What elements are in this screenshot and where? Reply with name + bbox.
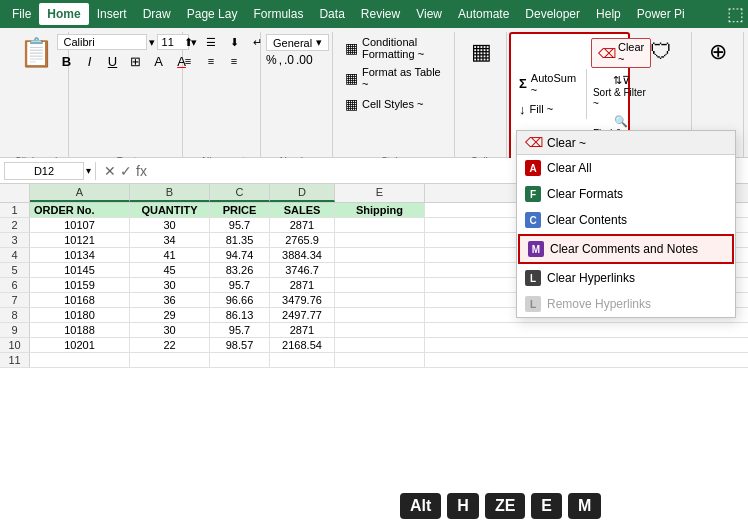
cell-a10[interactable]: 10201 <box>30 338 130 352</box>
cell-c5[interactable]: 83.26 <box>210 263 270 277</box>
insert-function-icon[interactable]: fx <box>136 163 147 179</box>
cell-c2[interactable]: 95.7 <box>210 218 270 232</box>
comma-btn[interactable]: , <box>279 53 282 67</box>
sensitivity-btn[interactable]: 🛡 <box>641 34 681 70</box>
ribbon-collapse-btn[interactable]: ⬚ <box>727 3 744 25</box>
remove-hyperlinks-item[interactable]: L Remove Hyperlinks <box>517 291 735 317</box>
autosum-btn[interactable]: Σ AutoSum ~ <box>513 70 582 98</box>
menu-review[interactable]: Review <box>353 3 408 25</box>
clear-formats-item[interactable]: F Clear Formats <box>517 181 735 207</box>
percent-btn[interactable]: % <box>266 53 277 67</box>
cell-a4[interactable]: 10134 <box>30 248 130 262</box>
col-header-b[interactable]: B <box>130 184 210 202</box>
menu-draw[interactable]: Draw <box>135 3 179 25</box>
center-align-btn[interactable]: ≡ <box>201 53 221 69</box>
cell-b7[interactable]: 36 <box>130 293 210 307</box>
format-as-table-btn[interactable]: ▦ Format as Table ~ <box>341 64 448 92</box>
fill-color-btn[interactable]: A <box>149 52 169 71</box>
cancel-formula-icon[interactable]: ✕ <box>104 163 116 179</box>
increase-decimal-btn[interactable]: .0 <box>284 53 294 67</box>
cell-a3[interactable]: 10121 <box>30 233 130 247</box>
cell-d2[interactable]: 2871 <box>270 218 335 232</box>
cell-a9[interactable]: 10188 <box>30 323 130 337</box>
cell-d4[interactable]: 3884.34 <box>270 248 335 262</box>
cell-c8[interactable]: 86.13 <box>210 308 270 322</box>
menu-file[interactable]: File <box>4 3 39 25</box>
col-header-e[interactable]: E <box>335 184 425 202</box>
cell-b5[interactable]: 45 <box>130 263 210 277</box>
cell-e10[interactable] <box>335 338 425 352</box>
cell-c9[interactable]: 95.7 <box>210 323 270 337</box>
right-align-btn[interactable]: ≡ <box>224 53 244 69</box>
cell-ref-arrow[interactable]: ▾ <box>86 165 91 176</box>
cell-b11[interactable] <box>130 353 210 367</box>
cell-e5[interactable] <box>335 263 425 277</box>
cell-e6[interactable] <box>335 278 425 292</box>
font-name-selector[interactable]: Calibri <box>57 34 147 50</box>
font-name-arrow[interactable]: ▾ <box>149 36 155 49</box>
col-header-d[interactable]: D <box>270 184 335 202</box>
left-align-btn[interactable]: ≡ <box>178 53 198 69</box>
cell-e8[interactable] <box>335 308 425 322</box>
cell-c3[interactable]: 81.35 <box>210 233 270 247</box>
cell-a1[interactable]: ORDER No. <box>30 203 130 217</box>
cell-b3[interactable]: 34 <box>130 233 210 247</box>
menu-insert[interactable]: Insert <box>89 3 135 25</box>
top-align-btn[interactable]: ⬆ <box>178 34 198 51</box>
italic-btn[interactable]: I <box>80 52 100 71</box>
cell-c1[interactable]: PRICE <box>210 203 270 217</box>
cell-a11[interactable] <box>30 353 130 367</box>
cell-a6[interactable]: 10159 <box>30 278 130 292</box>
confirm-formula-icon[interactable]: ✓ <box>120 163 132 179</box>
cell-reference-box[interactable] <box>4 162 84 180</box>
cell-e2[interactable] <box>335 218 425 232</box>
cell-e4[interactable] <box>335 248 425 262</box>
cells-btn[interactable]: ▦ <box>462 34 502 70</box>
col-header-c[interactable]: C <box>210 184 270 202</box>
cell-c7[interactable]: 96.66 <box>210 293 270 307</box>
menu-automate[interactable]: Automate <box>450 3 517 25</box>
clear-all-item[interactable]: A Clear All <box>517 155 735 181</box>
menu-powerpi[interactable]: Power Pi <box>629 3 693 25</box>
cell-b8[interactable]: 29 <box>130 308 210 322</box>
cell-b9[interactable]: 30 <box>130 323 210 337</box>
cell-b4[interactable]: 41 <box>130 248 210 262</box>
cell-styles-btn[interactable]: ▦ Cell Styles ~ <box>341 94 448 114</box>
fill-btn[interactable]: ↓ Fill ~ <box>513 100 582 119</box>
cell-c11[interactable] <box>210 353 270 367</box>
cell-a2[interactable]: 10107 <box>30 218 130 232</box>
cell-d6[interactable]: 2871 <box>270 278 335 292</box>
bottom-align-btn[interactable]: ⬇ <box>224 34 244 51</box>
menu-developer[interactable]: Developer <box>517 3 588 25</box>
clear-comments-item[interactable]: M Clear Comments and Notes <box>518 234 734 264</box>
menu-data[interactable]: Data <box>311 3 352 25</box>
mid-align-btn[interactable]: ☰ <box>201 34 221 51</box>
cell-d1[interactable]: SALES <box>270 203 335 217</box>
addins-btn[interactable]: ⊕ <box>698 34 738 70</box>
cell-c6[interactable]: 95.7 <box>210 278 270 292</box>
cell-d3[interactable]: 2765.9 <box>270 233 335 247</box>
cell-e3[interactable] <box>335 233 425 247</box>
cell-c4[interactable]: 94.74 <box>210 248 270 262</box>
cell-b6[interactable]: 30 <box>130 278 210 292</box>
cell-b1[interactable]: QUANTITY <box>130 203 210 217</box>
cell-b2[interactable]: 30 <box>130 218 210 232</box>
menu-pagelayout[interactable]: Page Lay <box>179 3 246 25</box>
cell-d10[interactable]: 2168.54 <box>270 338 335 352</box>
cell-d8[interactable]: 2497.77 <box>270 308 335 322</box>
cell-e11[interactable] <box>335 353 425 367</box>
cell-d7[interactable]: 3479.76 <box>270 293 335 307</box>
conditional-formatting-btn[interactable]: ▦ Conditional Formatting ~ <box>341 34 448 62</box>
cell-e9[interactable] <box>335 323 425 337</box>
col-header-a[interactable]: A <box>30 184 130 202</box>
cell-e7[interactable] <box>335 293 425 307</box>
menu-home[interactable]: Home <box>39 3 88 25</box>
menu-view[interactable]: View <box>408 3 450 25</box>
menu-help[interactable]: Help <box>588 3 629 25</box>
cell-b10[interactable]: 22 <box>130 338 210 352</box>
number-format-selector[interactable]: General▾ <box>266 34 329 51</box>
cell-c10[interactable]: 98.57 <box>210 338 270 352</box>
cell-e1[interactable]: Shipping <box>335 203 425 217</box>
cell-d11[interactable] <box>270 353 335 367</box>
clear-hyperlinks-item[interactable]: L Clear Hyperlinks <box>517 265 735 291</box>
